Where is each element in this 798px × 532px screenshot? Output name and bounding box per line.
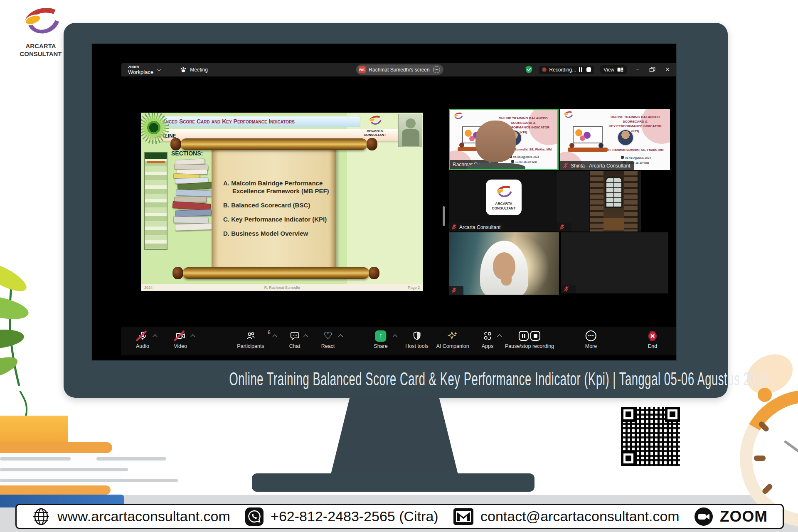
poster-title-line2: KEY PERFORMANCE INDICATOR (KPI): [604, 124, 666, 133]
slide-left-poster: [144, 152, 167, 250]
screen: zoom Workplace Meeting RS Rachmat Sumedh…: [91, 43, 677, 361]
muted-mic-icon: [451, 287, 457, 293]
apps-button[interactable]: Apps: [482, 330, 494, 349]
poster-speaker-photo: [617, 129, 634, 146]
poster-canvas: ARCARTA CONSULTANT zoom Workplace: [0, 0, 798, 532]
video-tile-library[interactable]: [557, 171, 641, 232]
paper-stack: [0, 453, 121, 485]
zoom-camera-icon: [694, 507, 713, 526]
poster-title-line1: ONLINE TRAINING BALANCED SCORECARD &: [604, 115, 666, 124]
arcarta-swoosh-icon: [20, 5, 62, 41]
audio-button[interactable]: Audio: [136, 330, 149, 349]
mic-icon: [138, 331, 148, 341]
library-video: [589, 171, 638, 232]
pause-recording-icon[interactable]: [579, 67, 582, 72]
share-options-icon[interactable]: [433, 66, 440, 73]
gallery-resize-handle[interactable]: [443, 206, 445, 226]
slide-title: Balanced Score Card and Key Performance …: [148, 116, 360, 127]
pause-stop-recording-button[interactable]: Pause/stop recording: [505, 330, 554, 349]
zoom-brand: zoom Workplace: [128, 65, 153, 75]
tab-meeting[interactable]: Meeting: [180, 66, 208, 73]
participant-name-pill: [449, 286, 463, 295]
video-tile-arcarta[interactable]: ARCARTA CONSULTANT Arcarta Consultant: [449, 171, 559, 232]
video-tile-shinta[interactable]: ONLINE TRAINING BALANCED SCORECARD & KEY…: [560, 109, 670, 170]
video-tile-hijab[interactable]: [449, 232, 559, 295]
logo-card-line2: CONSULTANT: [492, 206, 515, 211]
stop-recording-icon[interactable]: [586, 67, 591, 72]
ai-companion-button[interactable]: AI Companion: [436, 330, 469, 349]
arcarta-swoosh-icon: [494, 185, 513, 200]
muted-mic-icon: [564, 286, 569, 292]
screen-share-pill[interactable]: RS Rachmat Sumedhi's screen: [356, 64, 443, 75]
poster-speaker-name: R. Rachmat Sumedhi, SE, FhAks, MM: [605, 148, 667, 152]
share-button[interactable]: Share: [374, 330, 387, 349]
slide-logo-line2: CONSULTANT: [354, 133, 396, 137]
email-icon: [453, 508, 474, 525]
outline-list: A. Malcolm Balridge Performance Excellen…: [223, 179, 330, 244]
participants-count: 6: [268, 330, 271, 335]
book-plant-stem: [17, 391, 42, 416]
arcarta-swoosh-icon: [563, 111, 574, 120]
chat-icon: [290, 331, 300, 341]
view-label: View: [603, 67, 614, 73]
recording-dot-icon: [542, 67, 547, 72]
end-button[interactable]: End: [647, 330, 658, 349]
participants-icon: [245, 331, 256, 341]
close-button[interactable]: [663, 65, 672, 74]
pause-recording-icon: [519, 331, 529, 341]
recording-indicator: Recording...: [539, 66, 595, 74]
book-orange-2: [0, 485, 111, 495]
poster-date: 05-06 Agustus 2024: [605, 155, 667, 160]
sections-label: SECTIONS:: [171, 150, 203, 157]
video-tile-dark[interactable]: [561, 232, 668, 293]
apps-icon: [483, 331, 493, 341]
security-shield-icon[interactable]: [525, 65, 533, 74]
participant-name-pill: [557, 223, 571, 232]
outline-item: C. Key Performance Indicator (KPI): [223, 215, 330, 223]
participants-button[interactable]: 6 Participants: [237, 330, 264, 349]
meeting-tab-label: Meeting: [190, 67, 208, 73]
end-call-icon: [647, 330, 658, 342]
slide-footer: 2024 R. Rachmat Sumedhi Page 2: [141, 284, 423, 291]
chat-button[interactable]: Chat: [289, 330, 300, 349]
heart-icon: [323, 331, 332, 341]
email-text: contact@arcartaconsultant.com: [480, 508, 680, 525]
video-tile-rachmat[interactable]: ONLINE TRAINING BALANCED SCORECARD & KEY…: [449, 109, 559, 170]
share-avatar: RS: [358, 66, 365, 73]
scroll-roller-bottom: [182, 267, 369, 279]
sparkle-icon: [447, 330, 458, 341]
slide-footer-page: Page 2: [408, 286, 420, 290]
react-button[interactable]: React: [321, 330, 335, 349]
virtual-background-poster: ONLINE TRAINING BALANCED SCORECARD & KEY…: [560, 109, 670, 170]
video-button[interactable]: Video: [174, 330, 187, 349]
restore-button[interactable]: [648, 66, 657, 73]
scroll-roller-top: [180, 138, 367, 150]
outline-item: A. Malcolm Balridge Performance Excellen…: [223, 179, 330, 195]
slide-logo-line1: ARCARTA: [354, 129, 396, 133]
slide-arcarta-logo: ARCARTA CONSULTANT: [354, 115, 396, 137]
zoom-titlebar: zoom Workplace Meeting RS Rachmat Sumedh…: [121, 63, 677, 76]
view-button[interactable]: View: [600, 65, 627, 74]
ellipsis-icon: [586, 330, 596, 341]
stop-recording-icon: [530, 331, 540, 341]
book-orange: [0, 442, 112, 453]
participant-name-pill: [561, 285, 576, 293]
zoom-label: ZOOM: [720, 508, 768, 525]
whatsapp-icon: [245, 507, 264, 526]
shield-icon: [412, 331, 422, 341]
view-layout-icon: [617, 66, 624, 73]
muted-mic-icon: [451, 224, 457, 230]
event-title-banner: Online Training Balanced Score Card & Ke…: [64, 369, 728, 389]
zoom-toolbar: Audio Video: [121, 327, 677, 355]
meeting-icon: [180, 66, 187, 73]
poster-time: 13.00-16.30 WIB: [605, 160, 667, 165]
participant-name: Arcarta Consultant: [459, 224, 500, 230]
participant-face: [467, 121, 525, 170]
share-label: Rachmat Sumedhi's screen: [369, 67, 429, 73]
chevron-down-icon[interactable]: [157, 67, 161, 71]
participant-name-pill: Arcarta Consultant: [449, 223, 505, 232]
plant-decoration: [0, 253, 48, 390]
more-button[interactable]: More: [585, 330, 597, 349]
host-tools-button[interactable]: Host tools: [405, 330, 429, 349]
minimize-button[interactable]: [633, 66, 642, 73]
